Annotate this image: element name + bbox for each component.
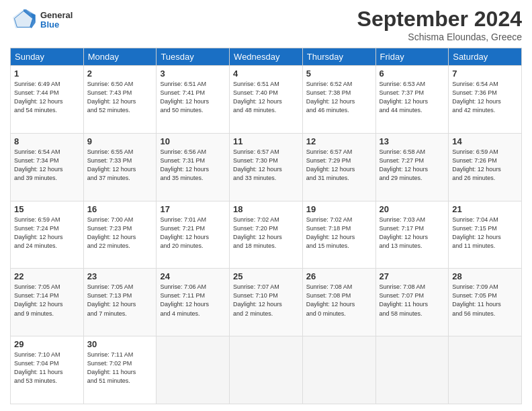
- table-row: 24Sunrise: 7:06 AM Sunset: 7:11 PM Dayli…: [157, 269, 230, 336]
- table-row: 11Sunrise: 6:57 AM Sunset: 7:30 PM Dayli…: [230, 133, 303, 201]
- table-row: [375, 336, 449, 404]
- table-row: 19Sunrise: 7:02 AM Sunset: 7:18 PM Dayli…: [302, 201, 375, 269]
- day-info: Sunrise: 6:59 AM Sunset: 7:24 PM Dayligh…: [14, 216, 80, 250]
- day-info: Sunrise: 6:55 AM Sunset: 7:33 PM Dayligh…: [87, 148, 153, 183]
- col-saturday: Saturday: [449, 48, 522, 66]
- day-number: 17: [160, 204, 226, 214]
- day-info: Sunrise: 7:04 AM Sunset: 7:15 PM Dayligh…: [452, 216, 518, 250]
- table-row: 29Sunrise: 7:10 AM Sunset: 7:04 PM Dayli…: [11, 336, 84, 404]
- col-friday: Friday: [375, 48, 449, 66]
- table-row: 17Sunrise: 7:01 AM Sunset: 7:21 PM Dayli…: [157, 201, 230, 269]
- day-info: Sunrise: 6:52 AM Sunset: 7:38 PM Dayligh…: [306, 80, 372, 115]
- col-monday: Monday: [83, 48, 157, 66]
- day-number: 6: [380, 68, 445, 79]
- table-row: 10Sunrise: 6:56 AM Sunset: 7:31 PM Dayli…: [157, 133, 230, 201]
- table-row: 4Sunrise: 6:51 AM Sunset: 7:40 PM Daylig…: [230, 66, 303, 134]
- header: General Blue September 2024 Schisma Elou…: [10, 7, 522, 42]
- day-info: Sunrise: 7:02 AM Sunset: 7:20 PM Dayligh…: [233, 216, 299, 250]
- day-info: Sunrise: 6:50 AM Sunset: 7:43 PM Dayligh…: [87, 80, 153, 115]
- day-number: 15: [14, 204, 80, 214]
- table-row: 6Sunrise: 6:53 AM Sunset: 7:37 PM Daylig…: [375, 66, 449, 134]
- table-row: 16Sunrise: 7:00 AM Sunset: 7:23 PM Dayli…: [83, 201, 157, 269]
- day-number: 20: [380, 204, 445, 214]
- day-info: Sunrise: 7:07 AM Sunset: 7:10 PM Dayligh…: [233, 283, 299, 318]
- day-number: 23: [87, 271, 153, 281]
- table-row: 15Sunrise: 6:59 AM Sunset: 7:24 PM Dayli…: [11, 201, 84, 269]
- table-row: 30Sunrise: 7:11 AM Sunset: 7:02 PM Dayli…: [83, 336, 157, 404]
- table-row: [449, 336, 522, 404]
- day-number: 14: [452, 136, 518, 146]
- day-number: 28: [452, 271, 518, 281]
- day-info: Sunrise: 6:53 AM Sunset: 7:37 PM Dayligh…: [380, 80, 445, 115]
- day-info: Sunrise: 7:09 AM Sunset: 7:05 PM Dayligh…: [452, 283, 518, 318]
- day-info: Sunrise: 6:54 AM Sunset: 7:34 PM Dayligh…: [14, 148, 80, 183]
- day-number: 7: [452, 68, 518, 79]
- table-row: 23Sunrise: 7:05 AM Sunset: 7:13 PM Dayli…: [83, 269, 157, 336]
- day-info: Sunrise: 7:03 AM Sunset: 7:17 PM Dayligh…: [380, 216, 445, 250]
- logo: General Blue: [10, 7, 73, 34]
- table-row: 5Sunrise: 6:52 AM Sunset: 7:38 PM Daylig…: [302, 66, 375, 134]
- table-row: 14Sunrise: 6:59 AM Sunset: 7:26 PM Dayli…: [449, 133, 522, 201]
- table-row: 20Sunrise: 7:03 AM Sunset: 7:17 PM Dayli…: [375, 201, 449, 269]
- day-number: 30: [87, 339, 153, 349]
- table-row: 2Sunrise: 6:50 AM Sunset: 7:43 PM Daylig…: [83, 66, 157, 134]
- table-row: 26Sunrise: 7:08 AM Sunset: 7:08 PM Dayli…: [302, 269, 375, 336]
- day-number: 26: [306, 271, 372, 281]
- day-number: 16: [87, 204, 153, 214]
- table-row: 8Sunrise: 6:54 AM Sunset: 7:34 PM Daylig…: [11, 133, 84, 201]
- day-number: 19: [306, 204, 372, 214]
- day-number: 24: [160, 271, 226, 281]
- table-row: 7Sunrise: 6:54 AM Sunset: 7:36 PM Daylig…: [449, 66, 522, 134]
- day-info: Sunrise: 7:11 AM Sunset: 7:02 PM Dayligh…: [87, 351, 153, 385]
- col-tuesday: Tuesday: [157, 48, 230, 66]
- month-title: September 2024: [357, 7, 522, 32]
- day-number: 10: [160, 136, 226, 146]
- week-row: 15Sunrise: 6:59 AM Sunset: 7:24 PM Dayli…: [11, 201, 522, 269]
- day-number: 27: [380, 271, 445, 281]
- table-row: 1Sunrise: 6:49 AM Sunset: 7:44 PM Daylig…: [11, 66, 84, 134]
- location-subtitle: Schisma Eloundas, Greece: [357, 32, 522, 42]
- table-row: 13Sunrise: 6:58 AM Sunset: 7:27 PM Dayli…: [375, 133, 449, 201]
- day-number: 21: [452, 204, 518, 214]
- day-number: 9: [87, 136, 153, 146]
- calendar-table: Sunday Monday Tuesday Wednesday Thursday…: [10, 48, 522, 404]
- day-number: 25: [233, 271, 299, 281]
- day-number: 3: [160, 68, 226, 79]
- col-sunday: Sunday: [11, 48, 84, 66]
- day-info: Sunrise: 6:56 AM Sunset: 7:31 PM Dayligh…: [160, 148, 226, 183]
- table-row: 28Sunrise: 7:09 AM Sunset: 7:05 PM Dayli…: [449, 269, 522, 336]
- week-row: 1Sunrise: 6:49 AM Sunset: 7:44 PM Daylig…: [11, 66, 522, 134]
- table-row: [157, 336, 230, 404]
- col-thursday: Thursday: [302, 48, 375, 66]
- day-number: 13: [380, 136, 445, 146]
- logo-general: General: [40, 11, 73, 20]
- day-info: Sunrise: 7:06 AM Sunset: 7:11 PM Dayligh…: [160, 283, 226, 318]
- table-row: 25Sunrise: 7:07 AM Sunset: 7:10 PM Dayli…: [230, 269, 303, 336]
- day-info: Sunrise: 7:01 AM Sunset: 7:21 PM Dayligh…: [160, 216, 226, 250]
- table-row: 12Sunrise: 6:57 AM Sunset: 7:29 PM Dayli…: [302, 133, 375, 201]
- day-number: 12: [306, 136, 372, 146]
- week-row: 8Sunrise: 6:54 AM Sunset: 7:34 PM Daylig…: [11, 133, 522, 201]
- day-info: Sunrise: 6:49 AM Sunset: 7:44 PM Dayligh…: [14, 80, 80, 115]
- table-row: [230, 336, 303, 404]
- day-info: Sunrise: 6:54 AM Sunset: 7:36 PM Dayligh…: [452, 80, 518, 115]
- day-info: Sunrise: 6:57 AM Sunset: 7:29 PM Dayligh…: [306, 148, 372, 183]
- day-number: 1: [14, 68, 80, 79]
- table-row: 3Sunrise: 6:51 AM Sunset: 7:41 PM Daylig…: [157, 66, 230, 134]
- day-info: Sunrise: 7:00 AM Sunset: 7:23 PM Dayligh…: [87, 216, 153, 250]
- table-row: [302, 336, 375, 404]
- day-number: 18: [233, 204, 299, 214]
- day-number: 29: [14, 339, 80, 349]
- day-info: Sunrise: 7:08 AM Sunset: 7:07 PM Dayligh…: [380, 283, 445, 318]
- day-number: 4: [233, 68, 299, 79]
- day-info: Sunrise: 6:57 AM Sunset: 7:30 PM Dayligh…: [233, 148, 299, 183]
- table-row: 22Sunrise: 7:05 AM Sunset: 7:14 PM Dayli…: [11, 269, 84, 336]
- day-number: 11: [233, 136, 299, 146]
- day-number: 5: [306, 68, 372, 79]
- title-section: September 2024 Schisma Eloundas, Greece: [357, 7, 522, 42]
- day-number: 2: [87, 68, 153, 79]
- logo-text: General Blue: [40, 11, 73, 30]
- day-number: 22: [14, 271, 80, 281]
- col-wednesday: Wednesday: [230, 48, 303, 66]
- table-row: 21Sunrise: 7:04 AM Sunset: 7:15 PM Dayli…: [449, 201, 522, 269]
